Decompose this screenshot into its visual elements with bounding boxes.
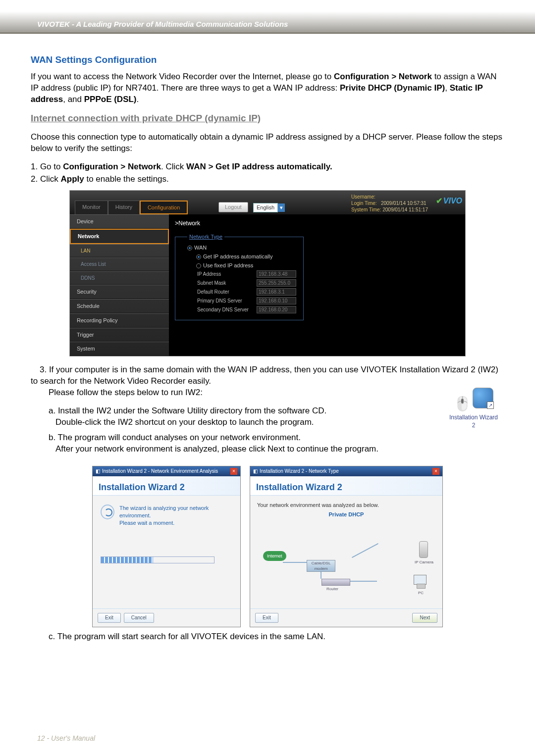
internet-cloud-icon: Internet — [263, 551, 286, 561]
wizard2-private-dhcp: Private DHCP — [257, 511, 435, 518]
tab-configuration[interactable]: Configuration — [140, 201, 188, 214]
ipcamera-icon — [419, 541, 428, 558]
step-3a: a. Install the IW2 under the Software Ut… — [49, 405, 504, 428]
main-panel: >Network Network Type WAN Get IP address… — [169, 214, 465, 356]
default-router-field[interactable] — [257, 288, 296, 296]
section-heading: WAN Settings Configuration — [31, 53, 504, 66]
intro-paragraph: If you want to access the Network Video … — [31, 71, 504, 105]
dhcp-paragraph: Choose this connection type to automatic… — [31, 132, 504, 154]
mouse-icon: 🖱️ — [454, 396, 471, 411]
secondary-dns-field[interactable] — [257, 306, 296, 313]
router-icon — [321, 579, 350, 586]
radio-get-ip-auto[interactable]: Get IP address automatically — [187, 253, 297, 260]
wizard1-line2: Please wait a moment. — [119, 519, 232, 527]
ip-address-label: IP Address — [197, 271, 257, 278]
sidebar-item-trigger[interactable]: Trigger — [70, 328, 169, 342]
subsection-heading: Internet connection with private DHCP (d… — [31, 112, 504, 125]
breadcrumb: >Network — [175, 216, 459, 233]
sidebar-item-ddns[interactable]: DDNS — [70, 271, 169, 285]
wizard-analysis-dialog: Installation Wizard 2 - Network Environm… — [92, 466, 241, 627]
tab-monitor[interactable]: Monitor — [75, 201, 108, 214]
tab-history[interactable]: History — [108, 201, 140, 214]
app-topbar: Monitor History Configuration Logout Eng… — [70, 191, 465, 214]
cancel-button[interactable]: Cancel — [124, 613, 154, 623]
wizard1-line1: The wizard is analyzing your network env… — [119, 504, 232, 519]
wizard-network-type-dialog: Installation Wizard 2 - Network Type × I… — [250, 466, 443, 627]
spinner-icon — [101, 504, 114, 519]
sidebar: Device Network LAN Access List DDNS Secu… — [70, 214, 169, 356]
sidebar-item-system[interactable]: System — [70, 342, 169, 356]
step-3b: b. The program will conduct analyses on … — [49, 432, 504, 455]
step-3: 3. If your computer is in the same domai… — [31, 364, 504, 399]
wizard2-analyzed-text: Your network environment was analyzed as… — [257, 502, 435, 509]
sidebar-item-security[interactable]: Security — [70, 285, 169, 299]
ip-address-field[interactable] — [257, 270, 296, 278]
wizard1-titlebar: Installation Wizard 2 - Network Environm… — [96, 468, 218, 475]
step-2: 2. Click Apply to enable the settings. — [31, 174, 504, 185]
network-diagram: Internet Cable/DSL modem Router IP Camer… — [257, 525, 435, 600]
ipcamera-label: IP Camera — [415, 560, 433, 565]
radio-wan[interactable]: WAN — [187, 244, 297, 252]
fieldset-legend: Network Type — [187, 233, 224, 241]
pc-icon — [414, 575, 427, 585]
sidebar-item-network[interactable]: Network — [70, 229, 169, 244]
close-icon[interactable]: × — [230, 468, 237, 475]
sidebar-item-access-list[interactable]: Access List — [70, 257, 169, 271]
page-header: VIVOTEK - A Leading Provider of Multimed… — [0, 0, 535, 34]
network-type-fieldset: Network Type WAN Get IP address automati… — [175, 233, 304, 320]
exit-button[interactable]: Exit — [98, 613, 121, 623]
language-select[interactable]: English▾ — [253, 203, 285, 212]
step-1: 1. Go to Configuration > Network. Click … — [31, 161, 504, 173]
step-3c: c. The program will start search for all… — [49, 631, 504, 643]
exit-button[interactable]: Exit — [255, 613, 278, 623]
subnet-mask-label: Subnet Mask — [197, 280, 257, 287]
router-label: Router — [326, 587, 338, 592]
session-info: Username: Login Time: 2009/01/14 10:57:3… — [351, 194, 428, 213]
primary-dns-field[interactable] — [257, 297, 296, 304]
wizard1-heading: Installation Wizard 2 — [93, 476, 240, 496]
secondary-dns-label: Secondary DNS Server — [197, 306, 257, 313]
chevron-down-icon: ▾ — [278, 203, 285, 212]
page-footer: 12 - User's Manual — [37, 734, 95, 742]
default-router-label: Default Router — [197, 289, 257, 296]
modem-icon: Cable/DSL modem — [307, 560, 335, 572]
next-button[interactable]: Next — [412, 613, 437, 623]
iw2-shortcut-icon: 🖱️ Installation Wizard 2 — [448, 388, 499, 429]
radio-off-icon — [196, 263, 201, 268]
brand-logo: VIVO — [436, 196, 462, 206]
radio-on-icon — [196, 254, 201, 259]
progress-bar — [101, 556, 214, 563]
wizard2-titlebar: Installation Wizard 2 - Network Type — [253, 468, 339, 475]
close-icon[interactable]: × — [432, 468, 439, 475]
pc-label: PC — [418, 591, 424, 596]
primary-dns-label: Primary DNS Server — [197, 298, 257, 304]
subnet-mask-field[interactable] — [257, 279, 296, 287]
logout-button[interactable]: Logout — [218, 202, 248, 212]
sidebar-item-lan[interactable]: LAN — [70, 244, 169, 258]
wizard2-heading: Installation Wizard 2 — [250, 476, 442, 496]
sidebar-item-schedule[interactable]: Schedule — [70, 299, 169, 313]
radio-use-fixed-ip[interactable]: Use fixed IP address — [187, 262, 297, 269]
wizard-shortcut-icon — [473, 388, 493, 408]
sidebar-item-recording-policy[interactable]: Recording Policy — [70, 313, 169, 328]
brand-tagline: VIVOTEK - A Leading Provider of Multimed… — [37, 20, 288, 28]
nr7401-app-screenshot: Monitor History Configuration Logout Eng… — [69, 190, 466, 356]
sidebar-item-device[interactable]: Device — [70, 214, 169, 229]
radio-on-icon — [187, 246, 192, 251]
